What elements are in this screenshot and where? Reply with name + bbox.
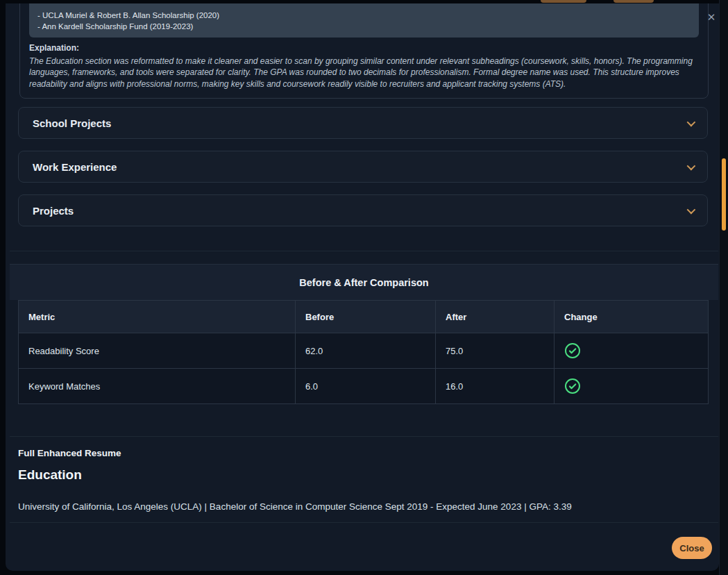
education-line: University of California, Los Angeles (U…	[18, 501, 705, 512]
chevron-down-icon	[687, 161, 696, 170]
comparison-title: Before & After Comparison	[299, 277, 428, 288]
chevron-down-icon	[687, 205, 696, 214]
resume-enhancement-modal: - UCLA Muriel & Robert B. Allan Scholars…	[6, 3, 719, 571]
accordion-work-experience[interactable]: Work Experience	[18, 151, 708, 183]
accordion-label: School Projects	[33, 117, 111, 129]
column-header-after: After	[436, 301, 555, 333]
before-cell: 62.0	[296, 333, 436, 369]
accordion-projects[interactable]: Projects	[18, 194, 708, 226]
divider	[10, 522, 718, 523]
after-cell: 75.0	[436, 333, 555, 369]
column-header-before: Before	[296, 301, 436, 333]
divider	[10, 436, 718, 437]
cutoff-button-top-left	[541, 0, 586, 3]
accordion-label: Projects	[33, 205, 74, 217]
metric-cell: Keyword Matches	[19, 369, 296, 404]
metric-cell: Readability Score	[19, 333, 296, 369]
honors-scroll-box[interactable]: - UCLA Muriel & Robert B. Allan Scholars…	[29, 3, 699, 38]
scrollbar-thumb[interactable]	[722, 158, 726, 231]
scrollbar-track[interactable]	[719, 0, 728, 575]
before-cell: 6.0	[296, 369, 436, 404]
after-cell: 16.0	[436, 369, 555, 404]
honors-item: - Ann Kardell Scholarship Fund (2019-202…	[37, 21, 691, 32]
resume-section-title: Education	[18, 467, 82, 483]
accordion-school-projects[interactable]: School Projects	[18, 107, 708, 139]
enhancement-detail-card: - UCLA Muriel & Robert B. Allan Scholars…	[19, 3, 709, 99]
comparison-table: Metric Before After Change Readability S…	[18, 300, 709, 404]
change-cell	[555, 333, 709, 369]
honors-item: - UCLA Muriel & Robert B. Allan Scholars…	[37, 10, 691, 21]
check-circle-icon	[564, 378, 581, 394]
chevron-down-icon	[687, 117, 696, 126]
cutoff-button-top-right	[613, 0, 654, 3]
accordion-label: Work Experience	[33, 161, 117, 173]
close-button[interactable]: Close	[672, 537, 712, 559]
column-header-metric: Metric	[19, 301, 296, 333]
change-cell	[555, 369, 709, 404]
comparison-header-band: Before & After Comparison	[10, 265, 718, 300]
explanation-label: Explanation:	[29, 43, 79, 53]
divider	[10, 251, 718, 251]
close-icon[interactable]: ✕	[705, 11, 718, 24]
table-row: Keyword Matches 6.0 16.0	[19, 369, 709, 404]
table-row: Readability Score 62.0 75.0	[19, 333, 709, 369]
full-resume-heading: Full Enhanced Resume	[18, 448, 121, 458]
check-circle-icon	[564, 342, 581, 359]
explanation-text: The Education section was reformatted to…	[29, 56, 700, 90]
table-header-row: Metric Before After Change	[19, 301, 709, 333]
column-header-change: Change	[555, 301, 709, 333]
